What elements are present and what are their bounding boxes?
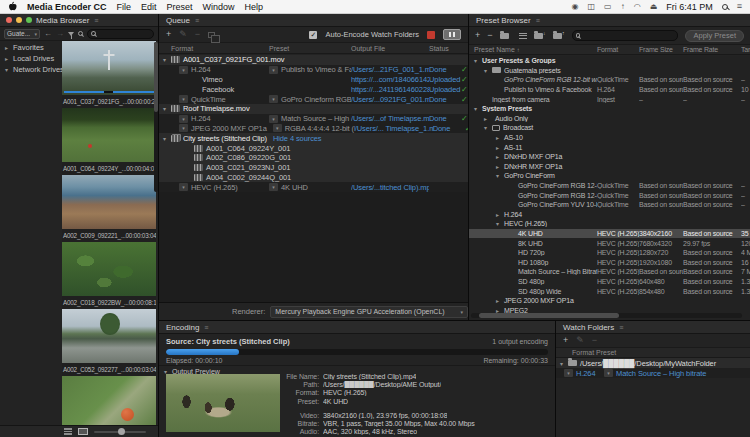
close-window-button[interactable] [6,17,12,23]
media-clip[interactable]: A001_C037_0921FG_... 00:00:00:20 [62,41,156,108]
tree-item[interactable]: ▸ Local Drives [0,53,60,64]
media-search-input[interactable] [99,30,150,37]
preset-row[interactable]: GoPro CineForm RGB 12-bit with alpha (Al… [469,75,750,85]
expander-icon[interactable]: ▸ [496,211,504,218]
format-dropdown-icon[interactable] [179,95,188,103]
export-presets-icon[interactable] [553,33,562,39]
new-group-icon[interactable] [500,33,509,39]
import-presets-icon[interactable] [534,33,543,39]
preset-row[interactable]: ▸ DNxHR MXF OP1a [469,162,750,172]
add-watch-folder-button[interactable]: + [563,336,568,345]
eject-icon[interactable]: ⏏ [650,3,658,11]
preset-dropdown-icon[interactable] [604,369,613,377]
preset-dropdown-icon[interactable] [273,124,282,132]
scrollbar-thumb[interactable] [479,313,619,318]
preset-row[interactable]: GoPro CineForm YUV 10-bit QuickTime Base… [469,200,750,210]
expander-icon[interactable]: ▸ [496,297,504,304]
preset-row[interactable]: ▾ Broadcast [469,123,750,133]
preset-row[interactable]: SD 480p Wide HEVC (H.265) 854x480 Based … [469,286,750,296]
preset-row[interactable]: ▾ System Presets [469,104,750,114]
media-clip[interactable]: A001_C064_09224Y_... 00:00:04:08 [62,108,156,175]
queue-row[interactable]: A002_C086_09220G_001 [159,153,468,163]
column-preset[interactable]: Preset [596,349,750,356]
expander-icon[interactable]: ▾ [163,105,171,112]
watch-folder-row[interactable]: ▾ /Users/██████/Desktop/MyWatchFolder [556,358,750,368]
expander-icon[interactable]: ▸ [496,134,504,141]
preset-row[interactable]: ▸ H.264 [469,210,750,220]
scrub-bar[interactable] [64,91,154,93]
panel-menu-icon[interactable]: ≡ [204,324,208,331]
queue-row[interactable]: JPEG 2000 MXF OP1a RGBA 4:4:4:4 12-bit (… [159,124,468,134]
slider-thumb[interactable] [118,428,125,435]
column-frame-rate[interactable]: Frame Rate [683,46,741,53]
delete-preset-button[interactable]: − [487,31,492,40]
thumbnail-size-slider[interactable] [94,431,146,433]
keyboard-input-icon[interactable]: ↑ [621,3,625,11]
encoding-tab[interactable]: Encoding ≡ [159,321,555,334]
clip-thumbnail[interactable] [62,242,156,296]
window-controls[interactable] [6,17,32,23]
preset-row[interactable]: ▸ JPEG 2000 MXF OP1a [469,296,750,306]
preset-row[interactable]: ▾ HEVC (H.265) [469,219,750,229]
watch-folder-output-row[interactable]: H.264 Match Source – High bitrate [556,368,750,378]
hide-sources-link[interactable]: Hide 4 sources [273,134,322,143]
pause-queue-button[interactable] [443,29,461,40]
expander-icon[interactable]: ▾ [496,172,504,179]
menu-item[interactable]: Edit [141,2,157,12]
preset-horizontal-scrollbar[interactable] [471,313,742,318]
panel-menu-icon[interactable]: ≡ [536,17,540,24]
preset-row[interactable]: GoPro CineForm RGB 12-bit with alpha Qui… [469,181,750,191]
media-clip[interactable]: A002_C009_092221_... 00:00:03:04 [62,175,156,242]
clip-thumbnail[interactable] [62,108,156,162]
queue-row[interactable]: H.264 Match Source – High bitr... /Users… [159,114,468,124]
remove-icon[interactable]: − [195,30,200,39]
preset-row[interactable]: ▸ Audio Only [469,114,750,124]
preset-dropdown-icon[interactable] [269,95,278,103]
preset-row[interactable]: Publish to Vimeo & Facebook H.264 Based … [469,85,750,95]
media-clip[interactable]: A002_C018_0922BW_... 00:00:08:13 [62,242,156,309]
tree-item[interactable]: ▸ Favorites [0,42,60,53]
expander-icon[interactable]: ▾ [163,56,171,63]
preset-search-input[interactable] [583,32,674,39]
expander-icon[interactable]: ▸ [5,55,13,62]
stop-queue-button[interactable] [427,31,435,39]
loupe-icon[interactable] [78,31,83,36]
expander-icon[interactable]: ▸ [496,144,504,151]
queue-row[interactable]: A003_C021_0923NJ_001 [159,163,468,173]
output-file-link[interactable]: https://...com/184066142 [351,75,429,84]
menu-item[interactable]: File [117,2,132,12]
expander-icon[interactable]: ▾ [560,360,568,367]
column-status[interactable]: Status [429,45,461,52]
minimize-window-button[interactable] [16,17,22,23]
preset-row[interactable]: ▸ AS-10 [469,133,750,143]
output-file-link[interactable]: /Users/...21FG_001_1.mp4 [351,65,429,74]
preset-row[interactable]: HD 720p HEVC (H.265) 1280x720 Based on s… [469,248,750,258]
queue-row[interactable]: QuickTime GoPro Cineform RGB 12... /User… [159,94,468,104]
column-preset-name[interactable]: Preset Name ↑ [469,46,597,53]
preset-row[interactable]: 8K UHD HEVC (H.265) 7680x4320 29.97 fps … [469,238,750,248]
preset-label[interactable]: Match Source – High bitr... [281,114,351,123]
watch-folders-tab[interactable]: Watch Folders ≡ [556,321,750,334]
expander-icon[interactable]: ▾ [484,124,492,131]
output-file-link[interactable]: /Users/...titched Clip).mp4 [351,183,429,192]
menu-bar-clock[interactable]: Fri 6:41 PM [666,2,713,12]
preset-dropdown-icon[interactable] [269,115,278,123]
preset-search-box[interactable] [572,30,679,41]
scrollbar-thumb[interactable] [154,42,158,112]
add-source-button[interactable]: + [166,30,171,39]
media-browser-scrollbar[interactable] [154,42,158,192]
apply-preset-button[interactable]: Apply Preset [685,30,744,42]
preset-dropdown-icon[interactable] [269,66,278,74]
expander-icon[interactable]: ▾ [163,135,171,142]
queue-row[interactable]: HEVC (H.265) 4K UHD /Users/...titched Cl… [159,182,468,192]
menu-item[interactable]: Help [245,2,264,12]
watch-folder-format[interactable]: H.264 [576,369,596,378]
filter-icon[interactable] [68,32,74,36]
panel-menu-icon[interactable]: ≡ [94,17,98,24]
app-menu-title[interactable]: Media Encoder CC [27,2,107,12]
expander-icon[interactable]: ▾ [474,57,482,64]
column-format[interactable]: Format [556,349,596,356]
expander-icon[interactable]: ▸ [496,163,504,170]
expander-icon[interactable]: ▸ [484,115,492,122]
queue-row[interactable]: ▾ A001_C037_0921FG_001.mov [159,55,468,65]
